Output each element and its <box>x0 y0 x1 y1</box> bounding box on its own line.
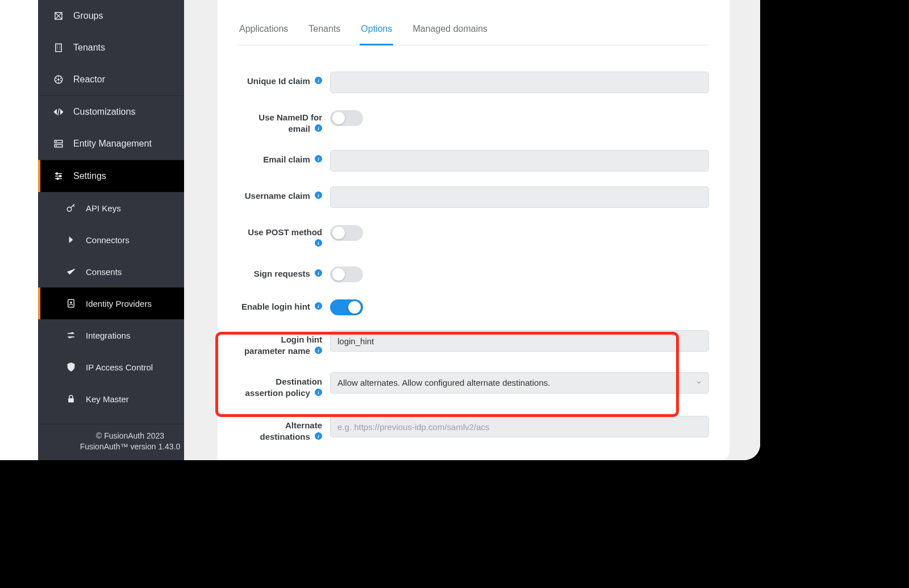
id-card-icon <box>65 298 77 309</box>
svg-point-9 <box>60 176 61 177</box>
enable-login-hint-toggle[interactable] <box>330 299 363 315</box>
row-enable-login-hint: Enable login hint i <box>238 297 709 315</box>
sidebar-item-label: Integrations <box>86 331 130 340</box>
tab-tenants[interactable]: Tenants <box>307 16 341 45</box>
swap-icon <box>65 330 77 341</box>
label-sign-requests: Sign requests i <box>238 264 330 280</box>
label-destination-assertion-policy: Destination assertion policy i <box>238 372 330 399</box>
chevron-right-icon <box>65 234 77 245</box>
sidebar-item-label: Entity Management <box>73 139 152 149</box>
email-claim-input[interactable] <box>330 150 709 172</box>
row-email-claim: Email claim i <box>238 150 709 172</box>
sidebar-item-label: Settings <box>73 171 106 181</box>
sidebar-item-label: Groups <box>73 11 103 21</box>
row-use-post: Use POST method i <box>238 223 709 250</box>
username-claim-input[interactable] <box>330 186 709 208</box>
lock-icon <box>65 393 77 404</box>
sidebar-item-label: Consents <box>86 267 122 277</box>
svg-point-8 <box>56 173 58 174</box>
shield-icon <box>65 361 77 373</box>
info-icon[interactable]: i <box>315 432 322 440</box>
sign-requests-toggle[interactable] <box>330 266 363 282</box>
code-icon <box>53 106 64 118</box>
sidebar-item-label: Reactor <box>73 74 105 85</box>
label-enable-login-hint: Enable login hint i <box>238 297 330 312</box>
row-destination-assertion-policy: Destination assertion policy i Allow alt… <box>238 372 709 399</box>
check-icon <box>65 266 77 277</box>
svg-rect-1 <box>56 44 62 52</box>
row-login-hint-param: Login hint parameter name i <box>238 330 709 357</box>
row-unique-id-claim: Unique Id claim i <box>238 72 709 93</box>
info-icon[interactable]: i <box>315 389 322 396</box>
svg-point-7 <box>56 145 57 147</box>
groups-icon <box>53 10 64 22</box>
label-email-claim: Email claim i <box>238 150 330 165</box>
info-icon[interactable]: i <box>315 302 322 310</box>
svg-point-13 <box>70 302 72 303</box>
app-shell: Groups Tenants Reactor Customizations ‹ … <box>0 0 760 460</box>
sidebar-item-label: Customizations <box>73 107 135 117</box>
svg-point-6 <box>56 141 57 143</box>
tenants-icon <box>53 42 64 53</box>
server-icon <box>53 138 64 149</box>
row-username-claim: Username claim i <box>238 186 709 208</box>
use-post-toggle[interactable] <box>330 225 363 241</box>
label-login-hint-param: Login hint parameter name i <box>238 330 330 357</box>
sidebar-item-label: Identity Providers <box>86 299 152 308</box>
tab-managed-domains[interactable]: Managed domains <box>411 16 489 45</box>
options-form: Unique Id claim i Use NameID for email i… <box>238 72 709 443</box>
info-icon[interactable]: i <box>315 124 322 132</box>
row-alternate-destinations: Alternate destinations i <box>238 416 709 443</box>
label-unique-id-claim: Unique Id claim i <box>238 72 330 87</box>
sidebar-item-label: API Keys <box>86 203 121 213</box>
main-area: Applications Tenants Options Managed dom… <box>184 0 760 460</box>
label-use-post: Use POST method i <box>238 223 330 250</box>
content-card: Applications Tenants Options Managed dom… <box>218 0 729 460</box>
sliders-icon <box>53 170 64 182</box>
row-sign-requests: Sign requests i <box>238 264 709 282</box>
label-use-nameid: Use NameID for email i <box>238 108 330 135</box>
svg-point-3 <box>58 79 60 81</box>
sidebar-item-label: IP Access Control <box>86 362 153 372</box>
sidebar-item-label: Connectors <box>86 235 130 245</box>
info-icon[interactable]: i <box>315 239 322 247</box>
reactor-icon <box>53 74 64 85</box>
sidebar-item-label: Key Master <box>86 394 129 404</box>
info-icon[interactable]: i <box>315 269 322 277</box>
label-alternate-destinations: Alternate destinations i <box>238 416 330 443</box>
use-nameid-toggle[interactable] <box>330 110 363 126</box>
info-icon[interactable]: i <box>315 347 322 354</box>
label-username-claim: Username claim i <box>238 186 330 202</box>
tab-options[interactable]: Options <box>360 16 393 45</box>
alternate-destinations-input[interactable] <box>330 416 709 437</box>
tab-bar: Applications Tenants Options Managed dom… <box>238 16 709 45</box>
svg-rect-14 <box>69 398 74 402</box>
row-use-nameid: Use NameID for email i <box>238 108 709 135</box>
login-hint-param-input[interactable] <box>330 330 709 352</box>
tab-applications[interactable]: Applications <box>238 16 289 45</box>
key-icon <box>65 202 77 214</box>
unique-id-claim-input[interactable] <box>330 72 709 93</box>
info-icon[interactable]: i <box>315 155 322 162</box>
sidebar-item-label: Tenants <box>73 43 105 53</box>
info-icon[interactable]: i <box>315 191 322 199</box>
destination-assertion-policy-select[interactable]: Allow alternates. Allow configured alter… <box>330 372 709 394</box>
svg-point-11 <box>67 207 72 212</box>
info-icon[interactable]: i <box>315 77 322 84</box>
svg-point-10 <box>57 178 59 180</box>
